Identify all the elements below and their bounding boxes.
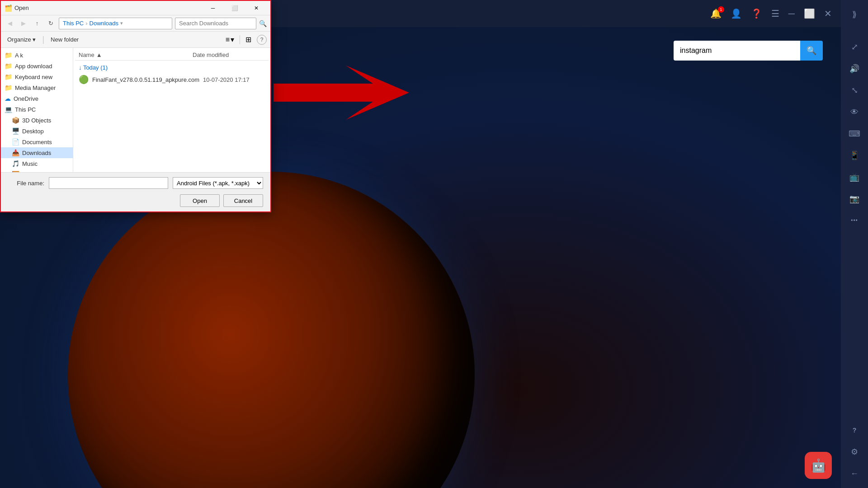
breadcrumb-downloads[interactable]: Downloads [90, 20, 118, 27]
profile-icon[interactable]: 👤 [731, 8, 742, 19]
tv-icon[interactable]: 📺 [844, 167, 864, 187]
menu-icon[interactable]: ☰ [771, 8, 779, 19]
dialog-refresh-button[interactable]: ↻ [45, 18, 56, 29]
tree-item-3dobjects[interactable]: 📦 3D Objects [1, 115, 73, 126]
minimize-icon[interactable]: ─ [788, 9, 795, 19]
notification-badge: 1 [718, 6, 724, 13]
tree-item-documents-label: Documents [22, 139, 52, 145]
onedrive-icon: ☁ [5, 95, 11, 102]
column-date-label: Date modified [193, 52, 229, 58]
resize-icon[interactable]: ⤡ [844, 80, 864, 100]
view-details-icon: ⊞ [245, 35, 251, 44]
file-row-finalfant[interactable]: 🟢 FinalFant_v278.0.0.51.119_apkpure.com … [75, 73, 269, 86]
titlebar-buttons: ─ ⬜ ✕ [203, 1, 267, 15]
dialog-footer: File name: Android Files (*.apk, *.xapk)… [1, 172, 270, 211]
dialog-help-button[interactable]: ? [257, 35, 267, 45]
folder-documents-icon: 📄 [12, 138, 19, 145]
fullscreen-icon[interactable]: ⤢ [844, 37, 864, 57]
file-date-finalfant: 10-07-2020 17:17 [203, 76, 265, 83]
settings-icon[interactable]: ⚙ [844, 442, 864, 462]
dialog-search-icon: 🔍 [259, 20, 267, 27]
camera-icon[interactable]: 📷 [844, 189, 864, 209]
section-today[interactable]: ↓ Today (1) [75, 61, 269, 73]
thispc-icon: 💻 [5, 106, 12, 113]
topbar-icons: 🔔 1 👤 ❓ ☰ ─ ⬜ ✕ [710, 8, 832, 19]
help-topbar-icon[interactable]: ❓ [751, 8, 762, 19]
view-list-icon: ≡ [226, 36, 230, 44]
more-icon[interactable]: ••• [844, 211, 864, 230]
tree-item-keyboardnew[interactable]: 📁 Keyboard new [1, 71, 73, 82]
filetype-select[interactable]: Android Files (*.apk, *.xapk) All Files … [173, 177, 263, 189]
tree-item-desktop[interactable]: 🖥️ Desktop [1, 126, 73, 136]
open-button[interactable]: Open [180, 194, 220, 207]
breadcrumb-arrow[interactable]: ▾ [120, 20, 123, 26]
column-name-header[interactable]: Name ▲ [79, 52, 193, 58]
tree-item-pictures[interactable]: 🖼️ Pictures [1, 169, 73, 172]
search-input[interactable] [674, 41, 800, 61]
file-open-dialog: 🗂️ Open ─ ⬜ ✕ ◀ ▶ ↑ ↻ This PC › Download… [0, 0, 271, 212]
phone-icon[interactable]: 📱 [844, 145, 864, 165]
filename-input[interactable] [49, 177, 168, 189]
tree-item-thispc[interactable]: 💻 This PC [1, 104, 73, 115]
close-topbar-icon[interactable]: ✕ [824, 8, 832, 19]
folder-downloads-icon: 📥 [12, 149, 19, 156]
organize-button[interactable]: Organize ▾ [5, 35, 38, 44]
organize-label: Organize [7, 36, 31, 43]
question-icon[interactable]: ? [844, 420, 864, 440]
keyboard-icon[interactable]: ⌨ [844, 124, 864, 144]
file-name-finalfant: FinalFant_v278.0.0.51.119_apkpure.com [92, 76, 199, 83]
back-arrow-icon[interactable]: ← [844, 464, 864, 483]
file-icon-finalfant: 🟢 [79, 75, 89, 84]
tree-item-documents[interactable]: 📄 Documents [1, 136, 73, 147]
breadcrumb-bar: This PC › Downloads ▾ [59, 18, 172, 29]
notification-button[interactable]: 🔔 1 [710, 8, 722, 19]
tree-item-ak[interactable]: 📁 A k [1, 50, 73, 61]
folder-mediamanager-icon: 📁 [5, 84, 12, 91]
volume-icon[interactable]: 🔊 [844, 59, 864, 79]
cancel-button[interactable]: Cancel [223, 194, 263, 207]
nav-tree: 📁 A k 📁 App download 📁 Keyboard new 📁 Me… [1, 48, 73, 172]
tree-item-downloads[interactable]: 📥 Downloads [1, 147, 73, 158]
eye-icon[interactable]: 👁 [844, 102, 864, 122]
bot-button[interactable]: 🤖 [805, 452, 832, 479]
folder-ak-icon: 📁 [5, 52, 12, 59]
tree-item-ak-label: A k [15, 52, 23, 59]
dialog-titlebar: 🗂️ Open ─ ⬜ ✕ [1, 1, 270, 15]
footer-actions: Open Cancel [8, 194, 263, 207]
tree-item-mediamanager-label: Media Manager [15, 84, 56, 91]
view-options-button[interactable]: ≡ ▾ [224, 34, 236, 45]
new-folder-button[interactable]: New folder [48, 35, 81, 44]
tree-item-onedrive[interactable]: ☁ OneDrive [1, 93, 73, 104]
collapse-sidebar-button[interactable]: ⟫ [844, 5, 864, 24]
filename-label: File name: [8, 180, 44, 187]
right-sidebar: ⟫ ⤢ 🔊 ⤡ 👁 ⌨ 📱 📺 📷 ••• ? ⚙ ← [841, 0, 868, 488]
toolbar-separator: | [42, 35, 44, 44]
maximize-icon[interactable]: ⬜ [804, 8, 815, 19]
tree-item-appdownload[interactable]: 📁 App download [1, 61, 73, 71]
tree-item-3dobjects-label: 3D Objects [22, 117, 51, 124]
file-list: Name ▲ Date modified ↓ Today (1) 🟢 Final… [73, 48, 270, 172]
tree-item-onedrive-label: OneDrive [14, 95, 38, 102]
dialog-forward-button[interactable]: ▶ [18, 18, 29, 29]
tree-item-mediamanager[interactable]: 📁 Media Manager [1, 82, 73, 93]
search-submit-button[interactable]: 🔍 [800, 41, 823, 61]
tree-item-music[interactable]: 🎵 Music [1, 158, 73, 169]
search-bar: 🔍 [674, 41, 823, 61]
section-today-label: ↓ Today (1) [79, 64, 108, 71]
search-icon: 🔍 [807, 46, 816, 56]
dialog-back-button[interactable]: ◀ [5, 18, 15, 29]
dialog-maximize-button[interactable]: ⬜ [224, 1, 245, 15]
folder-keyboardnew-icon: 📁 [5, 73, 12, 80]
column-date-header[interactable]: Date modified [193, 52, 265, 58]
view-details-button[interactable]: ⊞ [244, 34, 253, 45]
breadcrumb-this-pc[interactable]: This PC [63, 20, 84, 27]
dialog-app-icon: 🗂️ [5, 5, 12, 12]
tree-item-desktop-label: Desktop [22, 128, 44, 135]
dialog-minimize-button[interactable]: ─ [203, 1, 223, 15]
folder-3dobjects-icon: 📦 [12, 117, 19, 124]
dialog-up-button[interactable]: ↑ [32, 18, 42, 29]
dialog-close-button[interactable]: ✕ [246, 1, 267, 15]
tree-item-music-label: Music [22, 160, 38, 167]
dialog-title: Open [14, 5, 203, 11]
dialog-search-input[interactable] [175, 18, 256, 29]
